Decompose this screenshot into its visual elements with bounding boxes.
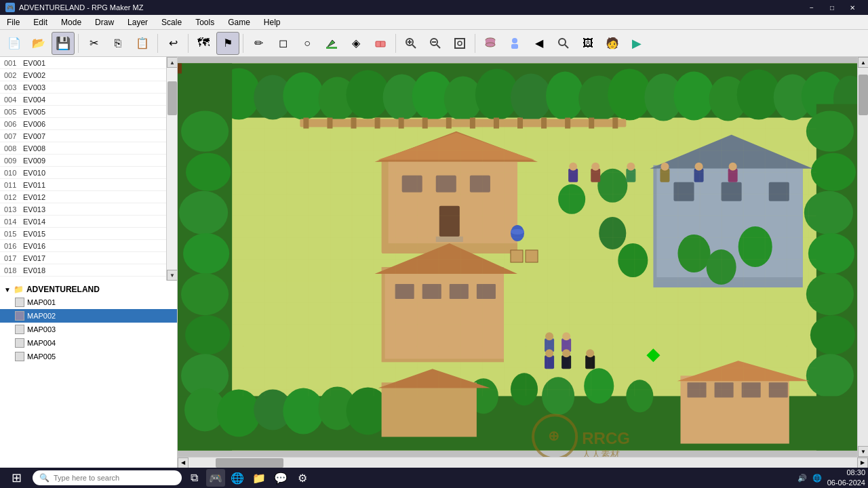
maximize-button[interactable]: □ <box>822 0 842 15</box>
event-item-012[interactable]: 012 EV012 <box>0 191 166 203</box>
taskbar-message[interactable]: 💬 <box>271 469 290 487</box>
map-label-map004: MAP004 <box>27 339 56 347</box>
save-button[interactable]: 💾 <box>52 32 75 55</box>
vertical-scrollbar[interactable]: ▲ ▼ <box>857 57 868 457</box>
fill-button[interactable] <box>320 32 343 55</box>
map-item-map002[interactable]: MAP002 <box>0 309 177 323</box>
event-item-015[interactable]: 015 EV015 <box>0 228 166 240</box>
scrollbar-up[interactable]: ▲ <box>167 57 177 68</box>
start-button[interactable]: ⊞ <box>3 469 30 487</box>
close-button[interactable]: ✕ <box>842 0 863 15</box>
event-item-004[interactable]: 004 EV004 <box>0 94 166 106</box>
scroll-h-track[interactable] <box>189 458 857 468</box>
map-item-map005[interactable]: MAP005 <box>0 350 177 363</box>
zoom-out-button[interactable] <box>424 32 447 55</box>
map-area[interactable]: ⊕ RRCG 人人素材 ▲ ▼ ◀ ▶ <box>178 57 868 468</box>
scroll-left-button[interactable]: ◀ <box>178 458 189 468</box>
event-item-009[interactable]: 009 EV009 <box>0 155 166 167</box>
event-item-017[interactable]: 017 EV017 <box>0 252 166 264</box>
play-button[interactable]: ▶ <box>625 32 648 55</box>
tileset-button[interactable]: 🗺 <box>192 32 215 55</box>
menu-draw[interactable]: Draw <box>88 15 121 29</box>
cut-button[interactable]: ✂ <box>82 32 105 55</box>
event-item-014[interactable]: 014 EV014 <box>0 216 166 228</box>
map-canvas[interactable]: ⊕ RRCG 人人素材 <box>178 57 857 457</box>
search-map-button[interactable] <box>552 32 575 55</box>
scroll-track[interactable] <box>858 68 868 446</box>
taskbar-explorer[interactable]: 📁 <box>250 469 269 487</box>
arrow-button[interactable]: ◀ <box>528 32 551 55</box>
actor-button[interactable]: 🧑 <box>601 32 624 55</box>
clock-date: 06-06-2024 <box>827 478 865 488</box>
event-item-010[interactable]: 010 EV010 <box>0 167 166 179</box>
map-item-map003[interactable]: MAP003 <box>0 323 177 336</box>
taskbar-task-view[interactable]: ⧉ <box>184 469 203 487</box>
event-item-003[interactable]: 003 EV003 <box>0 81 166 94</box>
event-item-016[interactable]: 016 EV016 <box>0 240 166 252</box>
svg-rect-0 <box>326 47 337 49</box>
scroll-thumb[interactable] <box>859 75 868 115</box>
svg-text:RRCG: RRCG <box>582 429 630 447</box>
search-input[interactable] <box>54 474 162 482</box>
event-item-013[interactable]: 013 EV013 <box>0 203 166 216</box>
paste-button[interactable]: 📋 <box>131 32 154 55</box>
horizontal-scrollbar[interactable]: ◀ ▶ <box>178 457 868 468</box>
menu-layer[interactable]: Layer <box>121 15 155 29</box>
menu-game[interactable]: Game <box>221 15 257 29</box>
taskbar-sys-icon-network: 🌐 <box>812 474 822 483</box>
pencil-button[interactable]: ✏ <box>247 32 270 55</box>
db-button[interactable] <box>479 32 502 55</box>
event-item-006[interactable]: 006 EV006 <box>0 118 166 130</box>
event-item-011[interactable]: 011 EV011 <box>0 179 166 191</box>
event-item-002[interactable]: 002 EV002 <box>0 69 166 81</box>
svg-point-43 <box>181 111 229 152</box>
open-button[interactable]: 📂 <box>27 32 50 55</box>
erase-button[interactable] <box>369 32 392 55</box>
svg-rect-106 <box>178 63 182 73</box>
event-item-005[interactable]: 005 EV005 <box>0 106 166 118</box>
ellipse-button[interactable]: ○ <box>296 32 319 55</box>
map-icon <box>15 338 24 348</box>
taskbar-settings[interactable]: ⚙ <box>293 469 312 487</box>
minimize-button[interactable]: − <box>802 0 822 15</box>
tree-project[interactable]: ▼ 📁 ADVENTURELAND <box>0 283 177 296</box>
event-item-018[interactable]: 018 EV018 <box>0 264 166 277</box>
menu-file[interactable]: File <box>0 15 26 29</box>
map-item-map001[interactable]: MAP001 <box>0 296 177 309</box>
char-button[interactable] <box>503 32 526 55</box>
scroll-h-thumb[interactable] <box>216 458 283 468</box>
scrollbar-down[interactable]: ▼ <box>167 270 177 281</box>
menu-mode[interactable]: Mode <box>54 15 88 29</box>
event-list-scrollbar[interactable]: ▲ ▼ <box>166 57 177 281</box>
system-clock: 08:30 06-06-2024 <box>827 468 865 488</box>
search-bar[interactable]: 🔍 <box>33 470 182 485</box>
menu-edit[interactable]: Edit <box>26 15 54 29</box>
taskbar-chrome[interactable]: 🌐 <box>228 469 247 487</box>
scrollbar-thumb[interactable] <box>167 81 177 115</box>
svg-text:⊕: ⊕ <box>548 428 559 443</box>
event-item-007[interactable]: 007 EV007 <box>0 130 166 142</box>
menu-scale[interactable]: Scale <box>155 15 189 29</box>
scroll-right-button[interactable]: ▶ <box>857 458 868 468</box>
menu-help[interactable]: Help <box>257 15 288 29</box>
rect-button[interactable]: ◻ <box>271 32 294 55</box>
event-item-008[interactable]: 008 EV008 <box>0 142 166 155</box>
event-item-001[interactable]: 001 EV001 <box>0 57 166 69</box>
shadow-button[interactable]: ◈ <box>344 32 368 55</box>
svg-point-44 <box>186 153 231 191</box>
resource-button[interactable]: 🖼 <box>576 32 599 55</box>
left-panel: 001 EV001 002 EV002 003 EV003 004 EV004 … <box>0 57 178 468</box>
new-button[interactable]: 📄 <box>3 32 26 55</box>
scroll-down-button[interactable]: ▼ <box>858 446 868 457</box>
map-item-map004[interactable]: MAP004 <box>0 336 177 350</box>
scroll-up-button[interactable]: ▲ <box>858 57 868 68</box>
fit-button[interactable] <box>448 32 471 55</box>
toolbar-sep-6 <box>475 34 475 53</box>
svg-point-57 <box>810 315 855 354</box>
undo-button[interactable]: ↩ <box>161 32 184 55</box>
zoom-in-button[interactable] <box>399 32 422 55</box>
copy-button[interactable]: ⎘ <box>106 32 130 55</box>
menu-tools[interactable]: Tools <box>189 15 221 29</box>
event-button[interactable]: ⚑ <box>216 32 239 55</box>
taskbar-rpgmaker[interactable]: 🎮 <box>206 469 225 487</box>
